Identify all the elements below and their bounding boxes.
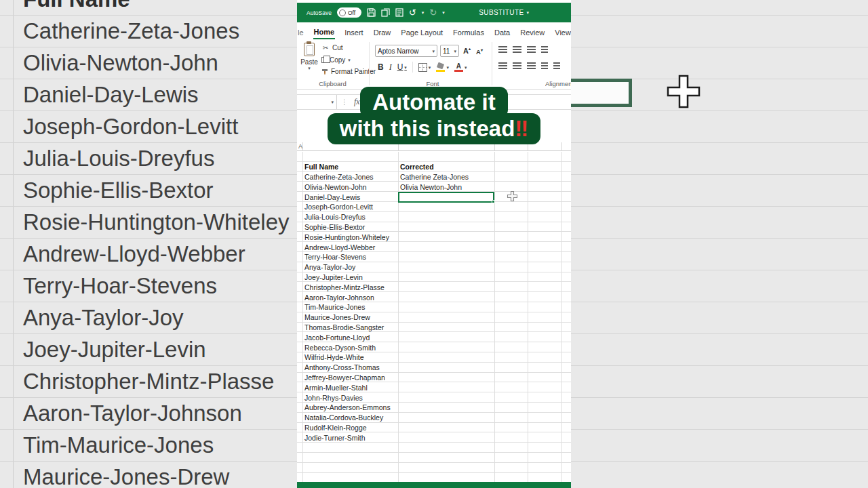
- table-row: Julia-Louis-Dreyfus: [297, 212, 571, 222]
- table-row: Terry-Hoar-Stevens: [297, 252, 571, 262]
- cell-full-name[interactable]: Rosie-Huntington-Whiteley: [304, 233, 389, 241]
- borders-icon: [418, 63, 427, 72]
- redo-chevron-icon[interactable]: ▾: [442, 10, 445, 15]
- save-icon[interactable]: [367, 8, 376, 17]
- background-name: Sophie-Ellis-Bextor: [23, 178, 214, 203]
- font-size-select[interactable]: 11 ▾: [440, 45, 459, 57]
- cell-full-name[interactable]: John-Rhys-Davies: [304, 394, 363, 402]
- full-name-header-cell[interactable]: Full Name: [304, 163, 338, 171]
- undo-chevron-icon[interactable]: ▾: [422, 10, 425, 15]
- cell-full-name[interactable]: Anya-Taylor-Joy: [304, 263, 355, 271]
- tab-home[interactable]: Home: [313, 26, 336, 39]
- undo-button[interactable]: ↺: [409, 8, 416, 17]
- cell-full-name[interactable]: Joseph-Gordon-Levitt: [304, 203, 373, 211]
- background-name: Tim-Maurice-Jones: [23, 432, 214, 458]
- corrected-header-cell[interactable]: Corrected: [400, 163, 434, 171]
- underline-button[interactable]: U▾: [397, 62, 407, 72]
- orientation-button[interactable]: [541, 46, 548, 54]
- align-bottom-button[interactable]: [527, 46, 536, 54]
- cell-full-name[interactable]: Jodie-Turner-Smith: [304, 434, 365, 442]
- cell-full-name[interactable]: Tim-Maurice-Jones: [304, 303, 365, 311]
- cell-full-name[interactable]: Christopher-Mintz-Plasse: [304, 283, 384, 291]
- document-title-menu[interactable]: SUBSTITUTE ▾: [479, 9, 529, 16]
- font-name-select[interactable]: Aptos Narrow ▾: [375, 45, 437, 57]
- cut-button[interactable]: ✂ Cut: [321, 44, 376, 52]
- decrease-font-size-button[interactable]: A▾: [476, 47, 483, 56]
- background-name: Anya-Taylor-Joy: [23, 305, 184, 331]
- cell-full-name[interactable]: Natalia-Cordova-Buckley: [304, 413, 383, 422]
- cell-full-name[interactable]: Joey-Jupiter-Levin: [304, 273, 363, 281]
- save-copy-icon[interactable]: [381, 8, 390, 17]
- tab-file-partial[interactable]: le: [297, 26, 304, 39]
- cell-full-name[interactable]: Armin-Mueller-Stahl: [304, 384, 368, 392]
- redo-icon: ↻: [429, 8, 437, 17]
- cell-full-name[interactable]: Rebecca-Dyson-Smith: [304, 344, 376, 352]
- background-name: Rosie-Huntington-Whiteley: [23, 209, 290, 235]
- cell-full-name[interactable]: Wilfrid-Hyde-White: [304, 353, 364, 361]
- tab-review[interactable]: Review: [519, 26, 545, 39]
- cell-full-name[interactable]: Julia-Louis-Dreyfus: [304, 213, 366, 221]
- cell-full-name[interactable]: Aubrey-Anderson-Emmons: [304, 403, 391, 411]
- bold-button[interactable]: B: [378, 62, 384, 72]
- cell-full-name[interactable]: Maurice-Jones-Drew: [304, 313, 370, 321]
- tab-view[interactable]: View: [554, 26, 571, 39]
- cell-full-name[interactable]: Thomas-Brodie-Sangster: [304, 323, 384, 331]
- align-middle-button[interactable]: [513, 46, 521, 54]
- cell-full-name[interactable]: Catherine-Zeta-Jones: [304, 173, 374, 181]
- ribbon-divider: [369, 42, 370, 85]
- background-name: Terry-Hoar-Stevens: [23, 273, 217, 299]
- font-color-icon: A: [454, 63, 463, 72]
- decrease-indent-button[interactable]: [541, 62, 548, 70]
- tab-insert[interactable]: Insert: [344, 26, 364, 39]
- name-box[interactable]: ▾: [297, 95, 337, 109]
- clipboard-commands: ✂ Cut Copy ▾ Format Painter: [321, 44, 376, 75]
- banner-line-2-text: with this instead: [340, 116, 515, 141]
- font-size-value: 11: [443, 47, 450, 55]
- autosave-toggle-state: Off: [348, 9, 355, 16]
- increase-indent-button[interactable]: [553, 62, 560, 70]
- cell-corrected[interactable]: Olivia Newton-John: [400, 183, 462, 191]
- copy-label: Copy: [330, 56, 345, 64]
- background-name: Aaron-Taylor-Johnson: [23, 401, 242, 426]
- table-row: Aaron-Taylor-Johnson: [297, 292, 571, 302]
- insert-function-icon[interactable]: fx: [354, 97, 360, 107]
- share-document-icon[interactable]: [395, 8, 403, 17]
- cell-full-name[interactable]: Jacob-Fortune-Lloyd: [304, 333, 370, 342]
- cell-full-name[interactable]: Rudolf-Klein-Rogge: [304, 424, 367, 432]
- cell-full-name[interactable]: Olivia-Newton-John: [304, 183, 367, 191]
- cell-full-name[interactable]: Daniel-Day-Lewis: [304, 193, 360, 201]
- grow-font-letter: A: [463, 47, 469, 55]
- italic-button[interactable]: I: [389, 62, 392, 73]
- name-box-chevron-icon: ▾: [331, 100, 334, 104]
- cell-full-name[interactable]: Sophie-Ellis-Bextor: [304, 223, 365, 231]
- shrink-caret-icon: ▾: [481, 48, 483, 52]
- copy-button[interactable]: Copy ▾: [321, 56, 376, 64]
- tab-draw[interactable]: Draw: [373, 26, 392, 39]
- fill-handle[interactable]: [492, 200, 495, 203]
- align-right-button[interactable]: [527, 62, 536, 70]
- font-color-button[interactable]: A ▾: [454, 63, 467, 72]
- cell-full-name[interactable]: Terry-Hoar-Stevens: [304, 253, 366, 261]
- cell-full-name[interactable]: Anthony-Cross-Thomas: [304, 363, 380, 371]
- cell-full-name[interactable]: Andrew-Lloyd-Webber: [304, 243, 375, 251]
- tab-page-layout[interactable]: Page Layout: [400, 26, 443, 39]
- selected-cell[interactable]: [398, 192, 494, 203]
- paintbrush-icon: [321, 68, 328, 75]
- table-row: Tim-Maurice-Jones: [297, 302, 571, 312]
- alignment-group-label: Alignmen: [545, 80, 571, 87]
- autosave-toggle[interactable]: Off: [337, 7, 361, 18]
- tab-formulas[interactable]: Formulas: [452, 26, 485, 39]
- borders-button[interactable]: ▾: [418, 63, 431, 72]
- fill-color-button[interactable]: ▾: [436, 63, 449, 72]
- cell-full-name[interactable]: Jeffrey-Bowyer-Chapman: [304, 373, 385, 382]
- increase-font-size-button[interactable]: A▴: [463, 46, 471, 55]
- tab-data[interactable]: Data: [494, 26, 511, 39]
- align-top-button[interactable]: [498, 46, 507, 54]
- paste-button[interactable]: Paste ▾: [299, 43, 319, 70]
- align-center-button[interactable]: [513, 62, 521, 70]
- cell-full-name[interactable]: Aaron-Taylor-Johnson: [304, 293, 374, 302]
- format-painter-button[interactable]: Format Painter: [321, 68, 376, 75]
- redo-button[interactable]: ↻: [429, 8, 437, 17]
- align-left-button[interactable]: [498, 62, 507, 70]
- cell-corrected[interactable]: Catherine Zeta-Jones: [400, 173, 469, 181]
